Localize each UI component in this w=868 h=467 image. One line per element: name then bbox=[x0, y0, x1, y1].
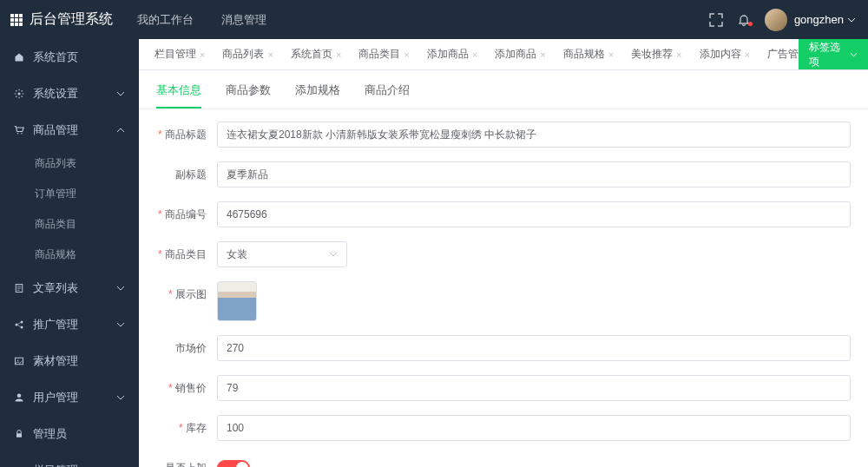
close-icon[interactable]: × bbox=[336, 49, 341, 60]
form-tab-intro[interactable]: 商品介绍 bbox=[365, 82, 410, 109]
label-title: 商品标题 bbox=[156, 122, 217, 148]
tab-label: 广告管理 bbox=[767, 47, 799, 62]
top-link-workspace[interactable]: 我的工作台 bbox=[123, 0, 207, 39]
sidebar-item-label: 商品类目 bbox=[35, 217, 76, 232]
tab-6[interactable]: 商品规格× bbox=[555, 47, 622, 62]
gear-icon bbox=[14, 89, 24, 99]
caret-down-icon bbox=[850, 50, 858, 59]
sidebar-item-1[interactable]: 系统设置 bbox=[0, 76, 139, 112]
tabs-options-button[interactable]: 标签选项 bbox=[799, 39, 868, 70]
sidebar-item-3[interactable]: 商品列表 bbox=[0, 148, 139, 179]
form-tabs: 基本信息 商品参数 添加规格 商品介绍 bbox=[139, 70, 868, 109]
sidebar-item-label: 文章列表 bbox=[33, 280, 78, 296]
form-tab-specs[interactable]: 添加规格 bbox=[295, 82, 340, 109]
form-tab-basic[interactable]: 基本信息 bbox=[156, 82, 201, 109]
select-category[interactable]: 女装 bbox=[217, 241, 347, 267]
label-market-price: 市场价 bbox=[156, 335, 217, 361]
cart-icon bbox=[14, 125, 24, 135]
label-sku: 商品编号 bbox=[156, 201, 217, 227]
sidebar-item-label: 栏目管理 bbox=[33, 463, 78, 467]
input-sku[interactable] bbox=[217, 201, 851, 227]
sidebar-item-4[interactable]: 订单管理 bbox=[0, 179, 139, 209]
sidebar-item-label: 系统首页 bbox=[33, 49, 78, 65]
tab-label: 美妆推荐 bbox=[631, 47, 673, 62]
sidebar-item-label: 管理员 bbox=[33, 426, 67, 442]
input-sale-price[interactable] bbox=[217, 375, 851, 401]
select-category-value: 女装 bbox=[227, 247, 247, 262]
tabs-bar: 栏目管理×商品列表×系统首页×商品类目×添加商品×添加商品×商品规格×美妆推荐×… bbox=[139, 39, 868, 70]
tab-7[interactable]: 美妆推荐× bbox=[622, 47, 690, 62]
tab-1[interactable]: 商品列表× bbox=[214, 47, 281, 62]
tab-label: 栏目管理 bbox=[155, 47, 196, 62]
tab-2[interactable]: 系统首页× bbox=[282, 47, 350, 62]
form-tab-params[interactable]: 商品参数 bbox=[226, 82, 271, 109]
close-icon[interactable]: × bbox=[608, 49, 614, 60]
close-icon[interactable]: × bbox=[540, 49, 545, 60]
close-icon[interactable]: × bbox=[745, 49, 750, 60]
caret-down-icon bbox=[847, 16, 856, 24]
switch-on-shelf[interactable] bbox=[217, 460, 250, 467]
sidebar-item-11[interactable]: 管理员 bbox=[0, 416, 139, 452]
svg-point-1 bbox=[17, 133, 19, 135]
sidebar-item-label: 商品管理 bbox=[33, 122, 78, 138]
tab-5[interactable]: 添加商品× bbox=[486, 47, 554, 62]
lock-icon bbox=[14, 429, 24, 439]
tab-4[interactable]: 添加商品× bbox=[418, 47, 486, 62]
close-icon[interactable]: × bbox=[200, 49, 205, 60]
sidebar-item-0[interactable]: 系统首页 bbox=[0, 39, 139, 76]
svg-point-8 bbox=[17, 360, 19, 362]
tab-3[interactable]: 商品类目× bbox=[350, 47, 418, 62]
fullscreen-icon[interactable] bbox=[702, 13, 730, 27]
close-icon[interactable]: × bbox=[404, 49, 409, 60]
close-icon[interactable]: × bbox=[267, 49, 273, 60]
svg-point-0 bbox=[18, 93, 21, 95]
doc-icon bbox=[14, 283, 24, 293]
user-menu[interactable]: gongzhen bbox=[787, 13, 859, 26]
sidebar-item-5[interactable]: 商品类目 bbox=[0, 209, 139, 240]
label-stock: 库存 bbox=[156, 415, 217, 441]
svg-point-5 bbox=[21, 321, 23, 324]
svg-point-2 bbox=[21, 133, 23, 135]
label-category: 商品类目 bbox=[156, 241, 217, 267]
sidebar-item-9[interactable]: 素材管理 bbox=[0, 343, 139, 379]
input-market-price[interactable] bbox=[217, 335, 851, 361]
tab-8[interactable]: 添加内容× bbox=[691, 47, 759, 62]
tab-0[interactable]: 栏目管理× bbox=[146, 47, 214, 62]
label-on-shelf: 是否上架 bbox=[156, 455, 217, 467]
logo-block[interactable]: 后台管理系统 bbox=[0, 10, 123, 29]
form-panel: 基本信息 商品参数 添加规格 商品介绍 商品标题 副标题 商品编号 bbox=[139, 70, 868, 467]
sidebar-item-label: 商品规格 bbox=[35, 247, 76, 262]
close-icon[interactable]: × bbox=[472, 49, 477, 60]
sidebar: 系统首页系统设置商品管理商品列表订单管理商品类目商品规格文章列表推广管理素材管理… bbox=[0, 39, 139, 467]
sidebar-item-label: 推广管理 bbox=[33, 317, 78, 332]
tab-label: 添加商品 bbox=[495, 47, 536, 62]
sidebar-item-label: 商品列表 bbox=[35, 156, 76, 171]
sidebar-item-2[interactable]: 商品管理 bbox=[0, 112, 139, 148]
chevron-down-icon bbox=[116, 319, 125, 332]
product-image-thumb[interactable] bbox=[217, 281, 257, 321]
sidebar-item-6[interactable]: 商品规格 bbox=[0, 240, 139, 270]
label-image: 展示图 bbox=[156, 281, 217, 307]
app-title: 后台管理系统 bbox=[30, 10, 113, 29]
relay-icon bbox=[14, 319, 24, 330]
chevron-down-icon bbox=[116, 391, 125, 405]
avatar[interactable] bbox=[765, 9, 787, 31]
sidebar-item-10[interactable]: 用户管理 bbox=[0, 379, 139, 416]
top-link-messages[interactable]: 消息管理 bbox=[207, 0, 280, 39]
sidebar-item-7[interactable]: 文章列表 bbox=[0, 270, 139, 306]
bell-icon[interactable] bbox=[730, 13, 758, 27]
tabs-options-label: 标签选项 bbox=[809, 40, 846, 69]
tab-9[interactable]: 广告管理× bbox=[759, 47, 799, 62]
img-icon bbox=[14, 356, 24, 366]
tab-label: 商品类目 bbox=[358, 47, 400, 62]
close-icon[interactable]: × bbox=[676, 49, 681, 60]
tab-label: 商品规格 bbox=[563, 47, 605, 62]
input-subtitle[interactable] bbox=[217, 161, 851, 187]
svg-rect-10 bbox=[16, 433, 22, 437]
sidebar-item-label: 用户管理 bbox=[33, 390, 78, 405]
input-stock[interactable] bbox=[217, 415, 851, 441]
user-icon bbox=[14, 392, 24, 403]
input-title[interactable] bbox=[217, 122, 851, 148]
sidebar-item-12[interactable]: 栏目管理 bbox=[0, 452, 139, 467]
sidebar-item-8[interactable]: 推广管理 bbox=[0, 306, 139, 343]
